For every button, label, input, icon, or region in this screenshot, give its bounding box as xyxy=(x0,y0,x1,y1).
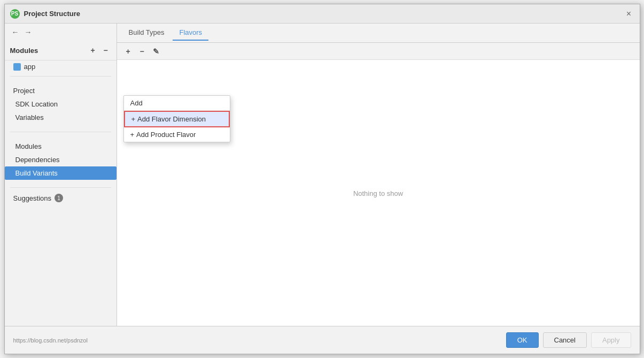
add-product-flavor-item[interactable]: + Add Product Flavor xyxy=(124,127,230,142)
module-label: app xyxy=(24,63,36,71)
modules-header: Modules + − xyxy=(5,41,117,60)
content-area: Nothing to show Add + Add Flavor Dimensi… xyxy=(117,60,640,326)
sidebar-item-build-variants[interactable]: Build Variants xyxy=(5,166,117,180)
dialog-footer: https://blog.csdn.net/psdnzol OK Cancel … xyxy=(5,326,640,354)
nav-arrows: ← → xyxy=(5,24,117,41)
dialog-body: ← → Modules + − app Project S xyxy=(5,24,640,326)
cancel-button[interactable]: Cancel xyxy=(543,332,587,348)
close-button[interactable]: × xyxy=(624,9,634,19)
left-panel: ← → Modules + − app Project S xyxy=(5,24,117,326)
remove-module-button[interactable]: − xyxy=(100,45,111,56)
flavors-toolbar: + − ✎ xyxy=(117,43,640,60)
project-structure-dialog: PS Project Structure × ← → Modules + − a… xyxy=(4,4,640,354)
separator-3 xyxy=(10,187,111,188)
title-bar: PS Project Structure × xyxy=(5,4,640,24)
modules-actions: + − xyxy=(88,45,111,56)
app-icon: PS xyxy=(10,9,20,19)
add-dropdown-menu: Add + Add Flavor Dimension + Add Product… xyxy=(123,95,230,142)
plus-icon-1: + xyxy=(131,115,136,123)
nothing-to-show-label: Nothing to show xyxy=(353,189,403,197)
remove-flavor-button[interactable]: − xyxy=(136,45,148,57)
module-item-app[interactable]: app xyxy=(5,60,117,73)
top-nav: Project SDK Location Variables xyxy=(5,80,117,128)
modules-title: Modules xyxy=(10,47,38,55)
sidebar-item-dependencies[interactable]: Dependencies xyxy=(5,153,117,166)
forward-button[interactable]: → xyxy=(23,27,34,37)
suggestions-badge: 1 xyxy=(55,194,63,202)
back-button[interactable]: ← xyxy=(10,27,21,37)
ok-button[interactable]: OK xyxy=(506,332,539,348)
sidebar-item-variables[interactable]: Variables xyxy=(5,111,117,124)
edit-flavor-button[interactable]: ✎ xyxy=(150,45,162,57)
suggestions-label: Suggestions xyxy=(13,194,52,202)
plus-icon-2: + xyxy=(130,131,135,139)
apply-button: Apply xyxy=(591,332,631,348)
sidebar-item-suggestions[interactable]: Suggestions 1 xyxy=(5,191,117,205)
sidebar-item-project[interactable]: Project xyxy=(5,84,117,97)
dialog-title: Project Structure xyxy=(24,10,619,18)
bottom-nav: Modules Dependencies Build Variants xyxy=(5,135,117,184)
tab-build-types[interactable]: Build Types xyxy=(122,25,171,41)
add-flavor-button[interactable]: + xyxy=(122,45,134,57)
sidebar-item-modules[interactable]: Modules xyxy=(5,140,117,153)
module-icon xyxy=(13,63,21,71)
status-text: https://blog.csdn.net/psdnzol xyxy=(13,337,502,344)
right-panel: Build Types Flavors + − ✎ Nothing to sho… xyxy=(117,24,640,326)
tab-flavors[interactable]: Flavors xyxy=(173,25,208,41)
separator-2 xyxy=(10,132,111,132)
add-module-button[interactable]: + xyxy=(88,45,98,56)
sidebar-item-sdk-location[interactable]: SDK Location xyxy=(5,97,117,111)
add-flavor-dimension-item[interactable]: + Add Flavor Dimension xyxy=(124,111,230,127)
tabs-bar: Build Types Flavors xyxy=(117,24,640,43)
separator-1 xyxy=(10,76,111,77)
dropdown-header-add[interactable]: Add xyxy=(124,96,230,111)
